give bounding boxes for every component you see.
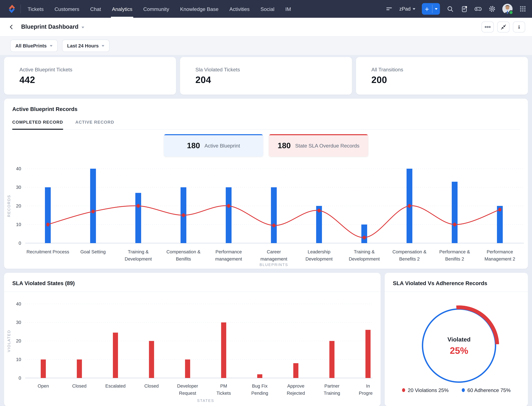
back-button[interactable]: [8, 24, 14, 30]
badge-accent-bar: [269, 134, 368, 135]
bar-5: [221, 322, 226, 378]
svg-text:PartnerTraining: PartnerTraining: [324, 383, 340, 396]
summary-badges: 180Active Blueprint180State SLA Overdue …: [4, 134, 528, 157]
bar-0: [45, 187, 51, 243]
panel-title: Active Blueprint Records: [12, 106, 528, 112]
nav-item-activities[interactable]: Activities: [229, 0, 250, 18]
nav-item-analytics[interactable]: Analytics: [112, 0, 133, 18]
department-dropdown[interactable]: zPad: [399, 6, 415, 12]
bar-7: [361, 225, 367, 243]
app-grid-icon[interactable]: [519, 5, 526, 13]
page-title: Blueprint Dashboard: [21, 23, 78, 30]
svg-text:Bug FixPending: Bug FixPending: [251, 383, 268, 396]
feeds-icon[interactable]: [460, 5, 468, 13]
chevron-down-icon: [102, 45, 105, 47]
dashboard-picker-icon[interactable]: [82, 27, 84, 28]
kpi-label: Sla Violated Tickets: [196, 66, 352, 72]
nav-item-tickets[interactable]: Tickets: [28, 0, 44, 18]
badge-value: 180: [278, 141, 291, 150]
search-icon[interactable]: [446, 5, 454, 13]
nav-item-community[interactable]: Community: [143, 0, 169, 18]
bottom-row: SLA Violated States (89) 010203040VIOLAT…: [4, 273, 528, 406]
sla-violated-states-chart: 010203040VIOLATEDOpenClosedEscalatedClos…: [4, 295, 372, 406]
kpi-value: 200: [371, 75, 528, 85]
info-button[interactable]: i: [513, 22, 525, 32]
svg-text:Training &Developmment: Training &Developmment: [349, 249, 380, 261]
kpi-card: All Transitions200: [356, 57, 528, 94]
sla-violated-vs-adherence-panel: SLA Violated Vs Adherence Records Violat…: [385, 273, 528, 406]
kpi-label: Active Blueprint Tickets: [20, 66, 176, 72]
user-avatar[interactable]: [502, 4, 512, 14]
app-logo-icon[interactable]: [7, 0, 16, 18]
bar-2: [113, 333, 118, 378]
legend-item: 20 Violations 25%: [402, 387, 448, 393]
nav-item-customers[interactable]: Customers: [55, 0, 79, 18]
filter-bar: All BluePrintsLast 24 Hours: [0, 36, 532, 55]
legend-dot: [402, 388, 405, 392]
svg-text:40: 40: [16, 301, 21, 306]
legend-label: 20 Violations 25%: [408, 387, 448, 393]
line-point-0: [46, 223, 49, 226]
nav-item-chat[interactable]: Chat: [90, 0, 101, 18]
more-actions-button[interactable]: [482, 22, 494, 32]
filter-label: All BluePrints: [15, 43, 47, 49]
line-point-5: [272, 224, 275, 227]
bar-4: [185, 359, 190, 378]
line-point-10: [498, 208, 501, 211]
badge-value: 180: [187, 141, 200, 150]
legend-item: 60 Adherence 75%: [462, 387, 511, 393]
nav-item-knowledge-base[interactable]: Knowledge Base: [180, 0, 218, 18]
svg-text:PerformanceManagement 2: PerformanceManagement 2: [484, 249, 515, 261]
tab-completed-record[interactable]: COMPLETED RECORD: [12, 118, 63, 130]
nav-right-cluster: zPad +: [385, 0, 526, 18]
top-nav: TicketsCustomersChatAnalyticsCommunityKn…: [0, 0, 532, 18]
filter-all-blueprints[interactable]: All BluePrints: [10, 40, 57, 52]
legend-dot: [462, 388, 465, 392]
panel-title: SLA Violated Vs Adherence Records: [393, 280, 528, 286]
online-status-dot: [509, 10, 513, 15]
tab-active-record[interactable]: ACTIVE RECORD: [75, 118, 114, 130]
chevron-down-icon: [435, 8, 438, 10]
kpi-card: Sla Violated Tickets204: [180, 57, 352, 94]
add-button[interactable]: +: [422, 3, 440, 15]
add-options-button[interactable]: [432, 3, 440, 15]
svg-text:Training &Development: Training &Development: [125, 249, 152, 261]
svg-text:Closed: Closed: [72, 383, 86, 389]
bar-0: [41, 359, 46, 378]
svg-text:30: 30: [16, 320, 21, 325]
bar-9: [365, 330, 371, 378]
chevron-down-icon: [413, 8, 415, 10]
svg-text:DeveloperRequest: DeveloperRequest: [177, 383, 198, 396]
svg-text:PMTickets: PMTickets: [217, 383, 231, 396]
svg-text:VIOLATED: VIOLATED: [7, 330, 11, 352]
bar-7: [293, 363, 298, 378]
kpi-row: Active Blueprint Tickets442Sla Violated …: [4, 57, 528, 94]
svg-text:10: 10: [16, 357, 21, 362]
active-blueprint-records-panel: Active Blueprint Records COMPLETED RECOR…: [4, 99, 528, 269]
svg-text:ApproveRejected: ApproveRejected: [287, 383, 305, 396]
filter-last-24-hours[interactable]: Last 24 Hours: [62, 40, 110, 52]
stat-badge: 180Active Blueprint: [164, 134, 263, 157]
svg-text:Performance &Benifits 2: Performance &Benifits 2: [439, 249, 470, 261]
nav-item-social[interactable]: Social: [260, 0, 274, 18]
line-point-2: [137, 204, 140, 208]
bar-6: [257, 374, 262, 378]
badge-label: State SLA Overdue Records: [295, 143, 359, 148]
settings-gear-icon[interactable]: [488, 5, 496, 13]
bar-1: [77, 359, 82, 378]
collapse-button[interactable]: [497, 22, 510, 32]
svg-text:30: 30: [16, 185, 21, 190]
bar-9: [452, 182, 458, 243]
page-header: Blueprint Dashboard i: [0, 18, 532, 36]
divider: [21, 4, 21, 13]
svg-text:Violated: Violated: [448, 336, 470, 343]
kpi-value: 442: [20, 75, 176, 85]
sla-violated-vs-adherence-donut: Violated25%: [385, 295, 528, 386]
svg-text:LeadershipDevelopment: LeadershipDevelopment: [305, 249, 333, 261]
nav-item-im[interactable]: IM: [285, 0, 291, 18]
svg-text:STATES: STATES: [197, 399, 214, 403]
games-icon[interactable]: [474, 5, 482, 13]
plus-icon[interactable]: +: [422, 3, 432, 15]
collapse-menu-icon[interactable]: [385, 5, 393, 13]
line-point-8: [408, 204, 411, 208]
